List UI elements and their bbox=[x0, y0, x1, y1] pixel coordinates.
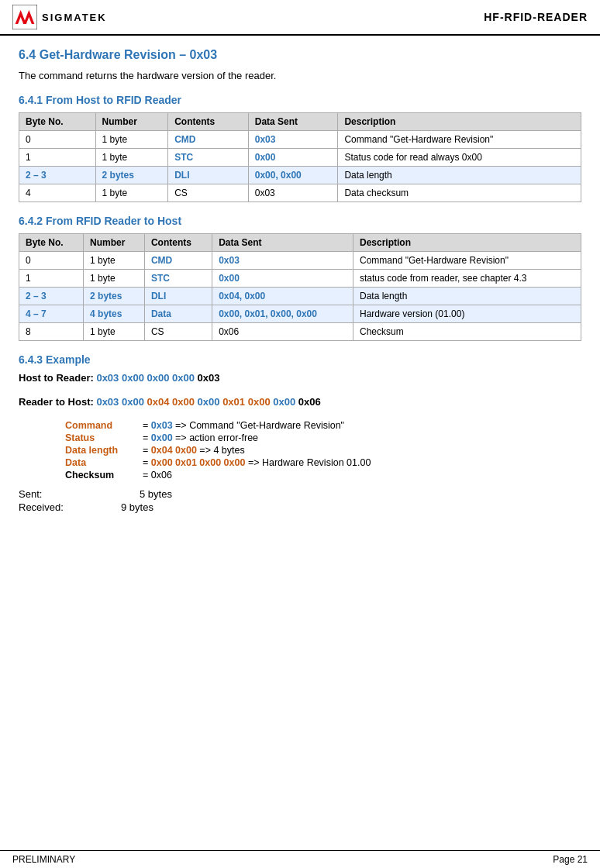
table-row: Data length bbox=[338, 167, 581, 184]
table-row: 0x00, 0x00 bbox=[248, 167, 338, 184]
reader-to-host-label: Reader to Host: bbox=[19, 396, 96, 408]
section-6-4-3-title: 6.4.3 Example bbox=[19, 353, 581, 366]
section-6-4-intro: The command returns the hardware version… bbox=[19, 70, 581, 81]
section-6-4-1: 6.4.1 From Host to RFID Reader Byte No. … bbox=[19, 94, 581, 202]
host-to-reader-values: 0x03 0x00 0x00 0x00 0x03 bbox=[96, 372, 219, 384]
footer-left: PRELIMINARY bbox=[12, 854, 75, 865]
host-to-reader-byte: 0x00 bbox=[122, 372, 147, 384]
col-byte-no-2: Byte No. bbox=[19, 234, 84, 252]
example-label: Command bbox=[65, 420, 143, 431]
table-row: 0 bbox=[19, 131, 96, 149]
host-to-reader-line: Host to Reader: 0x03 0x00 0x00 0x00 0x03 bbox=[19, 372, 581, 384]
table-row: DLI bbox=[144, 288, 212, 305]
example-detail-block: Command = 0x03 => Command "Get-Hardware … bbox=[65, 420, 581, 480]
example-row: Checksum = 0x06 bbox=[65, 470, 581, 480]
table-row: Data bbox=[144, 305, 212, 323]
example-label: Data length bbox=[65, 445, 143, 456]
table-row: 4 bytes bbox=[84, 305, 145, 323]
table-row: status code from reader, see chapter 4.3 bbox=[353, 270, 581, 288]
table-row: 1 bbox=[19, 270, 84, 288]
section-6-4-title: 6.4 Get-Hardware Revision – 0x03 bbox=[19, 48, 581, 62]
table-row: 0x03 bbox=[212, 252, 353, 270]
table-row: Status code for read always 0x00 bbox=[338, 149, 581, 167]
reader-to-host-byte: 0x00 bbox=[122, 396, 147, 408]
reader-to-host-byte: 0x00 bbox=[198, 396, 223, 408]
sent-value: 5 bytes bbox=[140, 488, 172, 500]
example-label: Checksum bbox=[65, 470, 143, 480]
sent-label: Sent: bbox=[19, 488, 112, 500]
table-row: STC bbox=[144, 270, 212, 288]
table-row: 0 bbox=[19, 252, 84, 270]
table-row: 1 byte bbox=[95, 149, 168, 167]
header-title: HF-RFID-READER bbox=[484, 11, 588, 23]
sent-row: Sent: 5 bytes bbox=[19, 488, 581, 500]
table-row: 0x00, 0x01, 0x00, 0x00 bbox=[212, 305, 353, 323]
table-row: CMD bbox=[168, 131, 249, 149]
table-row: Command "Get-Hardware Revision" bbox=[338, 131, 581, 149]
host-to-reader-byte: 0x00 bbox=[172, 372, 198, 384]
table-row: DLI bbox=[168, 167, 249, 184]
col-contents-2: Contents bbox=[144, 234, 212, 252]
reader-to-host-values: 0x03 0x00 0x04 0x00 0x00 0x01 0x00 0x00 … bbox=[96, 396, 320, 408]
section-6-4-2: 6.4.2 From RFID Reader to Host Byte No. … bbox=[19, 215, 581, 341]
col-number-2: Number bbox=[84, 234, 145, 252]
example-row: Status = 0x00 => action error-free bbox=[65, 432, 581, 443]
col-byte-no: Byte No. bbox=[19, 113, 96, 131]
reader-to-host-byte: 0x04 bbox=[147, 396, 173, 408]
logo-text: SIGMATEK bbox=[42, 12, 107, 23]
col-description: Description bbox=[338, 113, 581, 131]
table-row: 0x00 bbox=[248, 149, 338, 167]
table-row: STC bbox=[168, 149, 249, 167]
example-row: Data length = 0x04 0x00 => 4 bytes bbox=[65, 445, 581, 456]
col-number: Number bbox=[95, 113, 168, 131]
section-6-4: 6.4 Get-Hardware Revision – 0x03 The com… bbox=[19, 48, 581, 81]
table-row: 2 bytes bbox=[84, 288, 145, 305]
table-row: 2 – 3 bbox=[19, 288, 84, 305]
table-row: CS bbox=[168, 184, 249, 202]
example-row: Command = 0x03 => Command "Get-Hardware … bbox=[65, 420, 581, 431]
table-row: Command "Get-Hardware Revision" bbox=[353, 252, 581, 270]
host-to-reader-byte: 0x00 bbox=[147, 372, 173, 384]
reader-to-host-byte: 0x00 bbox=[273, 396, 298, 408]
reader-to-host-byte: 0x03 bbox=[96, 396, 122, 408]
svg-rect-0 bbox=[12, 5, 37, 29]
footer-right: Page 21 bbox=[553, 854, 588, 865]
received-label: Received: bbox=[19, 501, 112, 513]
section-6-4-1-title: 6.4.1 From Host to RFID Reader bbox=[19, 94, 581, 106]
host-to-reader-byte: 0x03 bbox=[96, 372, 122, 384]
example-value: = 0x03 => Command "Get-Hardware Revision… bbox=[143, 420, 344, 431]
table-row: 4 – 7 bbox=[19, 305, 84, 323]
svg-marker-2 bbox=[23, 10, 34, 24]
received-value: 9 bytes bbox=[121, 501, 153, 513]
reader-to-host-byte: 0x00 bbox=[172, 396, 198, 408]
logo: SIGMATEK bbox=[12, 5, 107, 29]
example-label: Data bbox=[65, 457, 143, 468]
table-row: Data checksum bbox=[338, 184, 581, 202]
table-rfid-to-host: Byte No. Number Contents Data Sent Descr… bbox=[19, 233, 581, 341]
table-row: 0x03 bbox=[248, 184, 338, 202]
page-footer: PRELIMINARY Page 21 bbox=[0, 850, 600, 868]
reader-to-host-byte: 0x06 bbox=[298, 396, 321, 408]
example-value: = 0x06 bbox=[143, 470, 172, 480]
table-row: Data length bbox=[353, 288, 581, 305]
col-contents: Contents bbox=[168, 113, 249, 131]
sent-received-block: Sent: 5 bytes Received: 9 bytes bbox=[19, 488, 581, 513]
table-row: 1 byte bbox=[95, 131, 168, 149]
table-row: 1 byte bbox=[84, 323, 145, 341]
example-value: = 0x00 => action error-free bbox=[143, 432, 258, 443]
table-row: 0x06 bbox=[212, 323, 353, 341]
example-value: = 0x04 0x00 => 4 bytes bbox=[143, 445, 245, 456]
table-row: Hardware version (01.00) bbox=[353, 305, 581, 323]
table-row: 2 bytes bbox=[95, 167, 168, 184]
host-to-reader-byte: 0x03 bbox=[198, 372, 220, 384]
col-data-sent-2: Data Sent bbox=[212, 234, 353, 252]
received-row: Received: 9 bytes bbox=[19, 501, 581, 513]
sigmatek-logo-icon bbox=[12, 5, 37, 29]
table-row: 1 byte bbox=[84, 252, 145, 270]
table-row: CMD bbox=[144, 252, 212, 270]
reader-to-host-byte: 0x00 bbox=[248, 396, 274, 408]
section-6-4-2-title: 6.4.2 From RFID Reader to Host bbox=[19, 215, 581, 227]
table-row: 1 bbox=[19, 149, 96, 167]
table-row: 1 byte bbox=[95, 184, 168, 202]
section-6-4-3: 6.4.3 Example Host to Reader: 0x03 0x00 … bbox=[19, 353, 581, 513]
